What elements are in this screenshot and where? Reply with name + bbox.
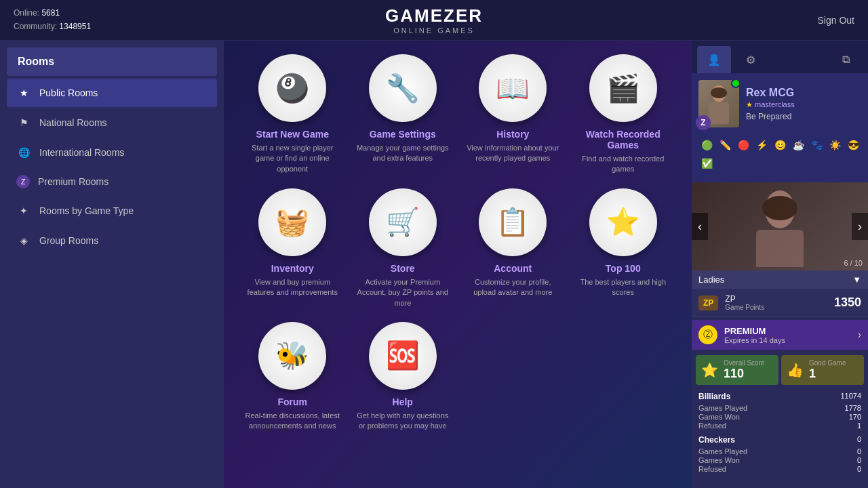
premium-row[interactable]: Ⓩ PREMIUM Expires in 14 days › — [692, 320, 868, 350]
window-tab-icon: ⧉ — [842, 54, 850, 66]
grid-item-start-new-game[interactable]: 🎱 Start New Game Start a new single play… — [244, 54, 341, 175]
profile-rank: ★ masterclass — [746, 100, 861, 109]
billiards-value: 11074 — [840, 392, 861, 403]
badge-paw: 🐾 — [808, 137, 825, 153]
slideshow-counter: 6 / 10 — [844, 259, 863, 267]
slideshow-next-button[interactable]: › — [852, 213, 868, 240]
start-new-game-title: Start New Game — [256, 129, 329, 140]
globe-icon: 🌐 — [16, 145, 31, 160]
history-icon: 📖 — [479, 54, 547, 122]
tab-profile[interactable]: 👤 — [697, 46, 731, 73]
billiards-refused: Refused 1 — [698, 422, 861, 430]
sidebar-item-group-rooms[interactable]: ◈ Group Rooms — [7, 226, 217, 255]
profile-info: Rex MCG ★ masterclass Be Prepared — [746, 87, 861, 121]
billiards-games-won: Games Won 170 — [698, 413, 861, 421]
good-game-box: 👍 Good Game 1 — [781, 355, 864, 385]
profile-status: Be Prepared — [746, 112, 861, 121]
checkers-games-played: Games Played 0 — [698, 447, 861, 455]
badge-sun: ☀️ — [827, 137, 843, 153]
zp-main-label: ZP — [725, 294, 834, 304]
profile-area: Z Rex MCG ★ masterclass Be Prepared 🟢 — [692, 73, 868, 182]
group-icon: ◈ — [16, 233, 31, 248]
header: Online: 5681 Community: 1348951 GAMEZER … — [0, 0, 868, 41]
overall-score-info: Overall Score 110 — [724, 359, 765, 381]
overall-score-label: Overall Score — [724, 359, 765, 367]
profile-header: Z Rex MCG ★ masterclass Be Prepared — [698, 80, 861, 127]
grid-item-top100[interactable]: ⭐ Top 100 The best players and high scor… — [575, 188, 672, 308]
sidebar-item-label: Group Rooms — [39, 235, 98, 246]
watch-recorded-icon: 🎬 — [589, 54, 657, 122]
category-label: Ladies — [698, 274, 724, 285]
premium-text: PREMIUM Expires in 14 days — [724, 326, 858, 344]
settings-tab-icon: ⚙ — [746, 54, 755, 66]
slideshow-image — [692, 182, 868, 270]
sidebar: Rooms ★ Public Rooms ⚑ National Rooms 🌐 … — [0, 41, 224, 488]
sidebar-item-rooms-by-game[interactable]: ✦ Rooms by Game Type — [7, 197, 217, 225]
sidebar-item-label: International Rooms — [39, 147, 124, 158]
badge-pencil: ✏️ — [717, 137, 733, 153]
badge-smile: 😊 — [772, 137, 788, 153]
checkers-label: Checkers — [698, 435, 735, 445]
online-indicator — [731, 79, 741, 88]
grid-item-help[interactable]: 🆘 Help Get help with any questions or pr… — [355, 322, 452, 432]
sidebar-item-premium-rooms[interactable]: Z Premium Rooms — [7, 168, 217, 195]
good-game-label: Good Game — [809, 359, 846, 367]
account-icon: 📋 — [479, 188, 547, 256]
badge-green: 🟢 — [698, 137, 715, 153]
premium-arrow-icon: › — [858, 329, 861, 341]
tab-settings[interactable]: ⚙ — [734, 46, 768, 73]
grid-item-history[interactable]: 📖 History View information about your re… — [465, 54, 561, 175]
game-settings-desc: Manage your game settings and extra feat… — [355, 143, 452, 164]
badge-cup: ☕ — [790, 137, 806, 153]
billiards-games-played: Games Played 1778 — [698, 404, 861, 412]
svg-point-5 — [762, 196, 797, 220]
slideshow: ‹ › 6 / 10 — [692, 182, 868, 270]
category-chevron-icon: ▼ — [852, 274, 861, 285]
sidebar-item-label: Public Rooms — [39, 87, 98, 98]
username-suffix: MCG — [769, 87, 794, 98]
grid-item-watch-recorded[interactable]: 🎬 Watch Recorded Games Find and watch re… — [575, 54, 672, 175]
grid-item-forum[interactable]: 🐝 Forum Real-time discussions, latest an… — [244, 322, 341, 432]
zp-value: 1350 — [834, 296, 861, 310]
grid-item-game-settings[interactable]: 🔧 Game Settings Manage your game setting… — [355, 54, 452, 175]
game-settings-title: Game Settings — [370, 129, 436, 140]
username: Rex — [746, 87, 766, 98]
top100-icon: ⭐ — [589, 188, 657, 256]
app-subtitle: ONLINE GAMES — [385, 26, 483, 35]
category-row[interactable]: Ladies ▼ — [692, 270, 868, 289]
account-desc: Customize your profile, upload avatar an… — [465, 277, 561, 298]
slideshow-prev-button[interactable]: ‹ — [692, 213, 708, 240]
good-game-thumb-icon: 👍 — [787, 362, 804, 378]
sidebar-item-label: Premium Rooms — [38, 176, 108, 187]
overall-score-star-icon: ⭐ — [701, 362, 718, 378]
diamond-icon: ✦ — [16, 203, 31, 218]
tab-window[interactable]: ⧉ — [829, 46, 863, 73]
signout-button[interactable]: Sign Out — [818, 15, 854, 26]
forum-title: Forum — [277, 396, 307, 407]
sidebar-item-public-rooms[interactable]: ★ Public Rooms — [7, 79, 217, 107]
z-badge: Z — [696, 115, 711, 130]
sidebar-item-national-rooms[interactable]: ⚑ National Rooms — [7, 108, 217, 137]
z-icon: Z — [16, 175, 30, 188]
game-settings-icon: 🔧 — [369, 54, 437, 122]
overall-score-box: ⭐ Overall Score 110 — [696, 355, 778, 385]
online-label: Online: — [14, 8, 39, 18]
store-desc: Activate your Premium Account, buy ZP po… — [355, 277, 452, 308]
grid-item-account[interactable]: 📋 Account Customize your profile, upload… — [465, 188, 561, 308]
stats-checkers: Checkers 0 Games Played 0 Games Won 0 Re… — [698, 435, 861, 473]
checkers-value: 0 — [857, 435, 861, 447]
stats-billiards: Billiards 11074 Games Played 1778 Games … — [698, 392, 861, 430]
grid-row-3: 🐝 Forum Real-time discussions, latest an… — [244, 322, 671, 432]
grid-item-inventory[interactable]: 🧺 Inventory View and buy premium feature… — [244, 188, 341, 308]
sidebar-item-label: National Rooms — [39, 117, 107, 128]
sidebar-item-international-rooms[interactable]: 🌐 International Rooms — [7, 138, 217, 167]
store-title: Store — [391, 263, 415, 274]
history-title: History — [496, 129, 529, 140]
badge-cool: 😎 — [845, 137, 861, 153]
badge-check: ✅ — [698, 155, 715, 171]
premium-title: PREMIUM — [724, 326, 858, 336]
history-desc: View information about your recently pla… — [465, 143, 561, 164]
svg-rect-4 — [756, 230, 804, 267]
grid-item-store[interactable]: 🛒 Store Activate your Premium Account, b… — [355, 188, 452, 308]
badge-lightning: ⚡ — [753, 137, 770, 153]
